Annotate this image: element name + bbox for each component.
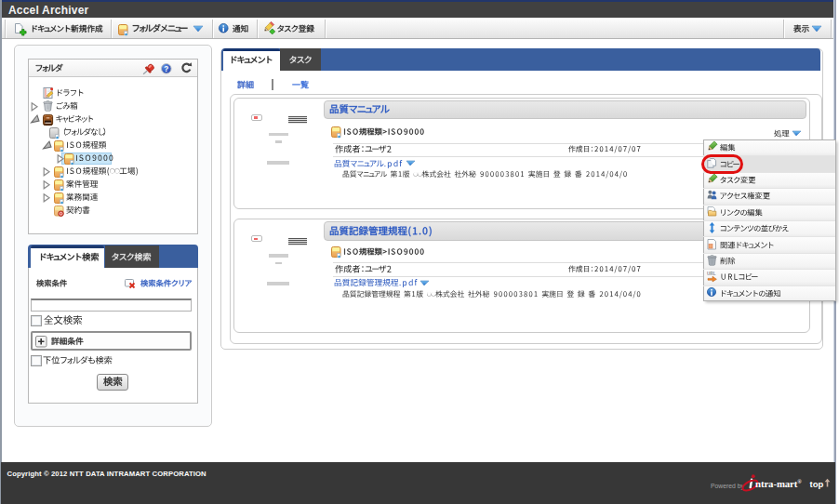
svg-text:URL: URL	[707, 272, 716, 276]
svg-text:?: ?	[164, 64, 168, 73]
